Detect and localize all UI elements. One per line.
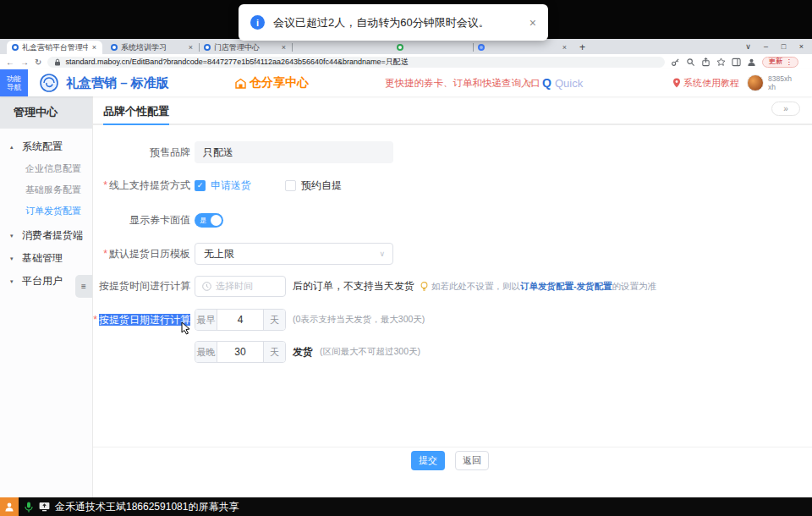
- sidebar-item-label: 企业信息配置: [25, 162, 81, 175]
- toast-close-icon[interactable]: ×: [529, 16, 536, 30]
- quick-q-icon[interactable]: Q: [542, 76, 551, 90]
- content-tabbar: 品牌个性配置 »: [93, 96, 812, 125]
- sidebar-item-enterprise-info[interactable]: 企业信息配置: [0, 158, 92, 179]
- window-close-button[interactable]: ×: [793, 42, 810, 51]
- checkbox-apply-delivery[interactable]: ✓: [195, 180, 206, 191]
- double-chevron-icon: »: [783, 104, 788, 113]
- tab-brand-personality-config[interactable]: 品牌个性配置: [103, 104, 169, 125]
- window-controls: ∨ – □ ×: [739, 39, 810, 54]
- chevron-up-icon: ▴: [10, 144, 17, 151]
- footer-buttons: 提交 返回: [93, 451, 812, 470]
- back-icon[interactable]: ←: [6, 58, 14, 67]
- sidebar-item-consumer-pickup[interactable]: ▾ 消费者提货端: [0, 224, 92, 247]
- checkbox-label[interactable]: 预约自提: [301, 178, 342, 193]
- tab-close-icon[interactable]: ×: [562, 43, 568, 52]
- tab-close-icon[interactable]: ×: [188, 43, 194, 52]
- sidebar-item-basic-service[interactable]: 基础服务配置: [0, 179, 92, 200]
- back-button[interactable]: 返回: [455, 451, 489, 470]
- field-label: 预售品牌: [93, 145, 190, 160]
- time-calc-suffix-text: 后的订单，不支持当天发货: [293, 279, 414, 294]
- tab-close-icon[interactable]: ×: [281, 43, 287, 52]
- browser-update-button[interactable]: 更新 ⋮: [762, 57, 798, 68]
- tip-config-link[interactable]: 订单发货配置-发货配置: [520, 281, 612, 291]
- tab-separator: [292, 43, 293, 52]
- earliest-days-input[interactable]: 4: [217, 310, 263, 330]
- browser-tab-3[interactable]: 门店管理中心 ×: [199, 41, 292, 54]
- input-prefix: 最晚: [195, 342, 217, 362]
- sidebar-menu: ▴ 系统配置 企业信息配置 基础服务配置 订单发货配置 ▾ 消费者提货端 ▾ 基…: [0, 129, 92, 293]
- microphone-icon: [25, 502, 33, 513]
- label-text: 默认提货日历模板: [109, 248, 190, 260]
- quick-label[interactable]: Quick: [555, 77, 583, 90]
- sidebar-item-basic-management[interactable]: ▾ 基础管理: [0, 247, 92, 270]
- toggle-on-label: 是: [200, 216, 206, 225]
- chevron-down-icon: ∨: [379, 250, 385, 258]
- sidebar: 管理中心 ▴ 系统配置 企业信息配置 基础服务配置 订单发货配置 ▾ 消费者提货…: [0, 96, 93, 497]
- form-row-pickup-date-earliest: *按提货日期进行计算 最早 4 天 (0表示支持当天发货，最大300天): [93, 309, 812, 331]
- browser-tab-1[interactable]: 礼盒营销平台管理中心 ×: [7, 41, 102, 54]
- user-avatar[interactable]: [747, 74, 764, 91]
- label-text: 按提货时间进行计算: [99, 280, 190, 292]
- label-text: 预售品牌: [150, 146, 190, 158]
- selected-label-text: 按提货日期进行计算: [99, 314, 190, 326]
- panel-collapse-button[interactable]: »: [771, 102, 800, 116]
- time-picker-input[interactable]: 选择时间: [195, 276, 286, 297]
- submit-button[interactable]: 提交: [411, 451, 445, 470]
- required-asterisk: *: [93, 314, 97, 326]
- tab-search-icon[interactable]: ∨: [739, 42, 757, 51]
- label-text: 线上支持提货方式: [109, 179, 190, 191]
- tip-text: 如若此处不设置，则以订单发货配置-发货配置的设置为准: [431, 281, 656, 293]
- minimize-button[interactable]: –: [757, 42, 775, 51]
- sidebar-item-system-config[interactable]: ▴ 系统配置: [0, 135, 92, 158]
- field-label: *默认提货日历模板: [93, 247, 190, 261]
- calendar-template-select[interactable]: 无上限 ∨: [195, 243, 393, 265]
- site-favicon: [111, 44, 118, 51]
- checkbox-reserve-selfpickup[interactable]: [285, 180, 296, 191]
- site-favicon: [204, 44, 211, 51]
- function-nav-button[interactable]: 功能 导航: [0, 69, 28, 96]
- warehouse-share-link[interactable]: 仓分享中心: [235, 75, 309, 91]
- site-favicon: [397, 44, 403, 51]
- sidebar-item-order-shipping[interactable]: 订单发货配置: [0, 200, 92, 222]
- url-bar[interactable]: standard.maboy.cn/EditBand?brandcode=844…: [47, 57, 665, 68]
- browser-tab-2[interactable]: 系统培训学习 ×: [106, 41, 199, 54]
- form-row-pickup-time-calc: 按提货时间进行计算 选择时间 后的订单，不支持当天发货 如若此处不设置，则以订单…: [93, 276, 812, 297]
- field-label: *线上支持提货方式: [93, 178, 190, 193]
- sidebar-group-label: 消费者提货端: [22, 228, 83, 243]
- input-unit: 天: [263, 342, 285, 362]
- nav-toggle-label: 功能: [7, 74, 21, 83]
- profile-icon[interactable]: [747, 58, 756, 67]
- promo-link[interactable]: 更快捷的券卡、订单和快递查询入口: [385, 77, 540, 90]
- reload-icon[interactable]: ↻: [35, 58, 41, 67]
- input-prefix: 最早: [195, 310, 217, 330]
- earliest-hint: (0表示支持当天发货，最大300天): [293, 314, 425, 326]
- sidebar-collapse-handle[interactable]: ≡: [75, 275, 92, 298]
- tab-title: 礼盒营销平台管理中心: [22, 42, 88, 53]
- browser-tab-4[interactable]: [392, 41, 473, 54]
- forward-icon[interactable]: →: [20, 58, 29, 67]
- mouse-cursor: [181, 321, 191, 335]
- browser-tab-5[interactable]: ×: [473, 41, 573, 54]
- zoom-icon[interactable]: [686, 58, 695, 67]
- menu-dots-icon[interactable]: ⋮: [785, 58, 793, 66]
- field-label: *按提货日期进行计算: [93, 313, 190, 327]
- latest-days-input[interactable]: 30: [217, 342, 263, 362]
- share-icon[interactable]: [701, 58, 710, 67]
- tab-close-icon[interactable]: ×: [91, 43, 97, 52]
- checkbox-label[interactable]: 申请送货: [211, 178, 251, 193]
- tutorial-link[interactable]: 系统使用教程: [683, 77, 739, 90]
- sidebar-item-label: 基础服务配置: [25, 184, 81, 196]
- sharer-avatar: [0, 497, 19, 516]
- side-panel-icon[interactable]: [732, 58, 741, 67]
- face-value-toggle[interactable]: 是: [195, 213, 223, 228]
- presale-brand-input[interactable]: 只配送: [195, 141, 393, 163]
- password-key-icon[interactable]: [671, 58, 680, 67]
- bookmark-star-icon[interactable]: [716, 58, 726, 67]
- footer-divider: [93, 447, 812, 447]
- tab-title: 系统培训学习: [121, 42, 184, 53]
- app-header: 功能 导航 礼盒营销 – 标准版 仓分享中心 更快捷的券卡、订单和快递查询入口 …: [0, 69, 812, 96]
- info-icon: i: [250, 15, 265, 30]
- maximize-button[interactable]: □: [775, 42, 793, 51]
- pointing-finger-icon: ☞: [524, 77, 535, 90]
- new-tab-button[interactable]: +: [573, 41, 592, 54]
